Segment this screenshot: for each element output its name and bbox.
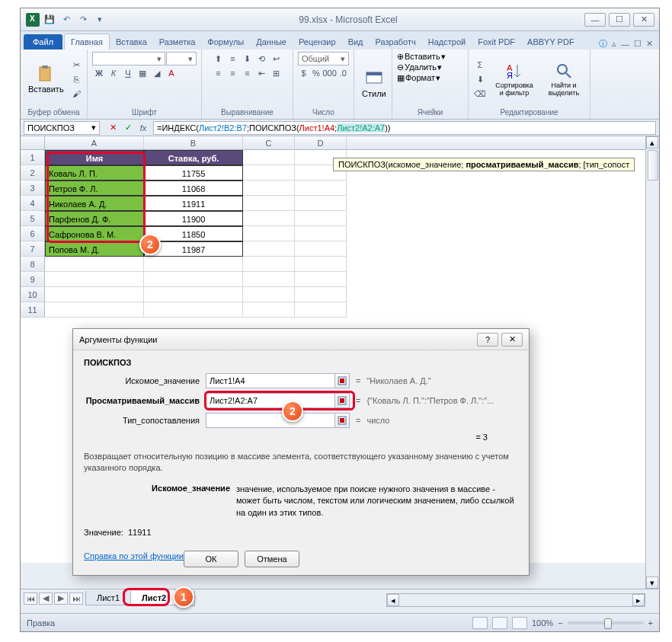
cell-b5[interactable]: 11900 [144,211,243,226]
align-top[interactable]: ⬆ [212,52,226,65]
c[interactable] [45,287,144,302]
cell-c8[interactable] [243,257,295,272]
file-tab[interactable]: Файл [24,34,62,50]
sort-filter-button[interactable]: АЯ Сортировка и фильтр [490,60,539,98]
scroll-down-button[interactable]: ▾ [646,577,658,589]
inc-dec-button[interactable]: .0 [338,66,349,80]
dialog-close-button[interactable]: ✕ [501,333,523,347]
cell-d4[interactable] [295,196,347,211]
vertical-scrollbar[interactable]: ▴ ▾ [645,136,659,589]
ok-button[interactable]: ОК [184,551,238,567]
wrap-button[interactable]: ↩ [270,52,283,65]
c[interactable] [45,302,144,318]
tab-formulas[interactable]: Формулы [201,34,250,50]
row-6[interactable]: 6 [21,226,45,241]
c[interactable] [295,287,347,302]
name-box[interactable]: ПОИСКПОЗ▾ [24,121,100,135]
align-right[interactable]: ≡ [241,66,254,80]
tab-dev[interactable]: Разработч [370,34,422,50]
c[interactable] [243,287,295,302]
number-format-combo[interactable]: Общий▾ [298,52,349,65]
italic-button[interactable]: К [107,66,120,80]
vscroll-thumb[interactable] [648,150,658,180]
fill-color-button[interactable]: ◢ [150,66,164,80]
next-sheet-button[interactable]: ▶ [54,592,68,605]
col-A[interactable]: A [45,136,144,149]
c[interactable] [295,272,347,287]
close-button[interactable]: ✕ [633,13,654,27]
doc-close[interactable]: ✕ [646,39,653,49]
col-C[interactable]: C [243,136,295,149]
cell-a7[interactable]: Попова М. Д. [45,241,144,257]
c[interactable] [45,272,144,287]
comma-button[interactable]: 000 [323,66,337,80]
tab-abbyy[interactable]: ABBYY PDF [521,34,581,50]
cell-c2[interactable] [243,165,295,180]
arg2-input[interactable]: Лист2!A2:A7 [206,393,335,408]
c[interactable] [243,302,295,318]
cancel-formula-icon[interactable]: ✕ [106,121,120,135]
row-2[interactable]: 2 [21,165,45,180]
cell-b8[interactable] [144,257,243,272]
cell-a3[interactable]: Петров Ф. Л. [45,180,144,196]
save-button[interactable]: 💾 [42,12,57,27]
row-4[interactable]: 4 [21,196,45,211]
help-link[interactable]: Справка по этой функции [84,551,184,561]
zoom-out-button[interactable]: − [558,618,562,628]
first-sheet-button[interactable]: ⏮ [24,592,37,605]
fill-button[interactable]: ⬇ [473,72,487,86]
tab-layout[interactable]: Разметка [153,34,202,50]
header-name[interactable]: Имя [45,150,144,165]
arg3-input[interactable] [206,413,335,428]
zoom-in-button[interactable]: + [648,618,653,628]
font-color-button[interactable]: A [165,66,178,80]
align-center[interactable]: ≡ [226,66,240,80]
qat-customize[interactable]: ▾ [92,12,107,27]
c[interactable] [144,287,243,302]
indent-dec[interactable]: ⇤ [255,66,269,80]
cell-d7[interactable] [295,241,347,257]
enter-formula-icon[interactable]: ✓ [121,121,135,135]
sum-button[interactable]: Σ [473,58,487,72]
redo-button[interactable]: ↷ [75,12,91,27]
c[interactable] [295,302,347,318]
tab-home[interactable]: Главная [64,34,110,50]
prev-sheet-button[interactable]: ◀ [39,592,53,605]
font-family-combo[interactable]: ▾ [92,52,165,65]
row-9[interactable]: 9 [21,272,45,287]
minimize-button[interactable]: — [584,13,606,27]
cell-d6[interactable] [295,226,347,241]
arg1-input[interactable]: Лист1!A4 [206,373,335,388]
select-all-corner[interactable] [21,136,45,149]
cell-a5[interactable]: Парфенов Д. Ф. [45,211,144,226]
tab-insert[interactable]: Вставка [110,34,153,50]
align-mid[interactable]: ≡ [226,52,240,65]
cell-c4[interactable] [243,196,295,211]
orient-button[interactable]: ⟲ [255,52,269,65]
row-10[interactable]: 10 [21,287,45,302]
tab-review[interactable]: Рецензир [293,34,342,50]
help-icon[interactable]: ⓘ [599,38,607,50]
dialog-titlebar[interactable]: Аргументы функции ? ✕ [73,329,529,350]
excel-icon[interactable] [25,12,40,27]
c[interactable] [144,272,243,287]
cell-b4[interactable]: 11911 [144,196,243,211]
row-7[interactable]: 7 [21,241,45,257]
cell-d3[interactable] [295,180,347,196]
dialog-help-button[interactable]: ? [477,333,498,347]
scroll-up-button[interactable]: ▴ [646,136,658,149]
paste-button[interactable]: Вставить [25,63,67,95]
page-layout-view-button[interactable] [492,617,507,629]
tab-foxit[interactable]: Foxit PDF [472,34,521,50]
cells-insert[interactable]: ⊕ Вставить ▾ [397,52,463,62]
cell-c1[interactable] [243,150,295,165]
cell-c5[interactable] [243,211,295,226]
cell-a8[interactable] [45,257,144,272]
row-11[interactable]: 11 [21,302,45,318]
formula-input[interactable]: =ИНДЕКС(Лист2!B2:B7;ПОИСКПОЗ(Лист1!A4;Ли… [153,121,656,135]
copy-button[interactable]: ⎘ [70,72,84,86]
c[interactable] [243,272,295,287]
undo-button[interactable]: ↶ [59,12,74,27]
font-size-combo[interactable]: ▾ [166,52,197,65]
cell-a4[interactable]: Николаев А. Д. [45,196,144,211]
